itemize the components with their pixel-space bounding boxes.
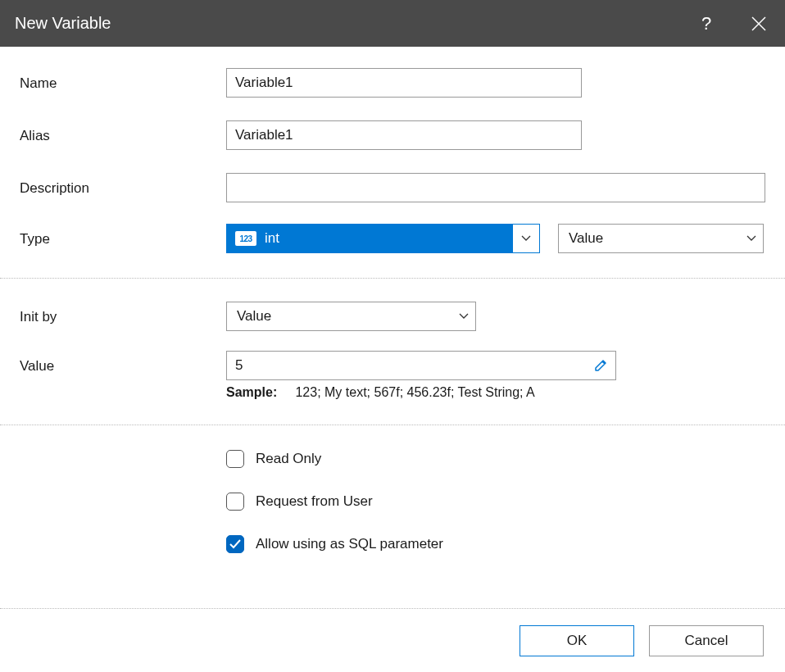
dialog-title: New Variable [15, 14, 680, 33]
request-from-user-label[interactable]: Request from User [256, 493, 373, 510]
init-by-select[interactable]: Value [226, 302, 476, 331]
value-input[interactable] [227, 352, 586, 379]
request-from-user-checkbox[interactable] [226, 493, 244, 511]
row-sample: Sample: 123; My text; 567f; 456.23f; Tes… [0, 385, 785, 400]
name-label: Name [20, 74, 226, 92]
checkbox-row-request-from-user: Request from User [0, 493, 785, 511]
checkbox-row-read-only: Read Only [0, 450, 785, 468]
row-name: Name [0, 68, 785, 98]
type-select-value: int [265, 230, 513, 247]
description-input[interactable] [226, 173, 765, 202]
help-icon: ? [701, 13, 711, 34]
row-description: Description [0, 173, 785, 202]
checkbox-row-allow-sql: Allow using as SQL parameter [0, 535, 785, 553]
close-icon [751, 16, 766, 31]
value-input-wrap [226, 351, 616, 380]
dialog-body: Name Alias Description Type 123 int [0, 47, 785, 608]
init-by-label: Init by [20, 307, 226, 325]
chevron-down-icon [459, 313, 469, 320]
help-button[interactable]: ? [680, 0, 733, 47]
type-mode-select[interactable]: Value [558, 224, 764, 253]
read-only-label[interactable]: Read Only [256, 451, 321, 467]
init-by-value: Value [237, 308, 452, 325]
divider [0, 278, 785, 279]
pencil-icon [594, 359, 607, 372]
row-type: Type 123 int Value [0, 224, 785, 253]
type-select[interactable]: 123 int [226, 224, 540, 253]
row-init-by: Init by Value [0, 302, 785, 331]
read-only-checkbox[interactable] [226, 450, 244, 468]
alias-label: Alias [20, 126, 226, 144]
close-button[interactable] [733, 0, 785, 47]
value-edit-button[interactable] [586, 352, 615, 379]
check-icon [229, 539, 241, 549]
value-label: Value [20, 356, 226, 375]
type-badge-icon: 123 [235, 231, 256, 246]
description-label: Description [20, 179, 226, 197]
allow-sql-label[interactable]: Allow using as SQL parameter [256, 536, 443, 552]
sample-label: Sample: [226, 385, 292, 400]
titlebar: New Variable ? [0, 0, 785, 47]
sample-text: 123; My text; 567f; 456.23f; Test String… [295, 385, 534, 399]
type-mode-value: Value [569, 230, 740, 247]
divider [0, 425, 785, 425]
name-input[interactable] [226, 68, 582, 98]
allow-sql-checkbox[interactable] [226, 535, 244, 553]
chevron-down-icon [746, 235, 756, 242]
alias-input[interactable] [226, 120, 582, 150]
chevron-down-icon [521, 235, 531, 242]
cancel-button[interactable]: Cancel [649, 625, 764, 656]
new-variable-dialog: New Variable ? Name Alias Description Ty… [0, 0, 785, 672]
type-label: Type [20, 229, 226, 247]
row-alias: Alias [0, 120, 785, 150]
row-value: Value [0, 351, 785, 380]
ok-button[interactable]: OK [520, 625, 634, 656]
dialog-footer: OK Cancel [0, 608, 785, 672]
type-select-caret [513, 225, 539, 252]
